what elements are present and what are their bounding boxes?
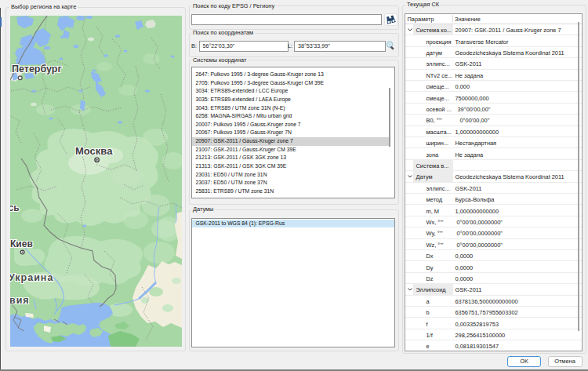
svg-text:Москва: Москва: [75, 145, 113, 157]
svg-text:вия: вия: [10, 295, 30, 306]
svg-text:Киев: Киев: [10, 238, 33, 249]
svg-text:сь: сь: [10, 202, 20, 213]
svg-text:Украина: Украина: [10, 272, 53, 283]
svg-text:Петербург: Петербург: [12, 64, 62, 75]
